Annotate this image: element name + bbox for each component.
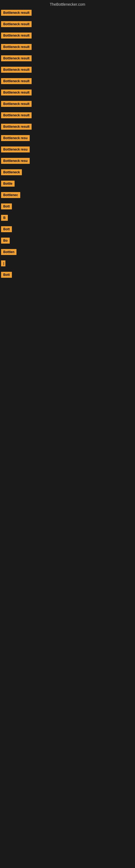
bottleneck-badge[interactable]: Bottleneck result (1, 101, 32, 107)
list-item: Bottleneck result (0, 53, 135, 65)
bottleneck-badge[interactable]: Bo (1, 238, 10, 244)
bottleneck-badge[interactable]: Bottleneck result (1, 10, 32, 16)
bottleneck-badge[interactable]: Bottleneck result (1, 124, 32, 130)
bottleneck-badge[interactable]: Bottlenec (1, 192, 20, 198)
list-item: Bottleneck result (0, 87, 135, 99)
list-item: Bottlen (0, 247, 135, 258)
site-title: TheBottlenecker.com (0, 0, 135, 8)
bottleneck-list: Bottleneck resultBottleneck resultBottle… (0, 8, 135, 281)
bottleneck-badge[interactable]: Bottleneck result (1, 78, 32, 84)
bottleneck-badge[interactable]: Bott (1, 204, 12, 209)
list-item: | (0, 258, 135, 270)
bottleneck-badge[interactable]: Bott (1, 272, 12, 278)
list-item: Bottleneck result (0, 8, 135, 19)
bottleneck-badge[interactable]: Bottleneck result (1, 44, 32, 50)
list-item: Bottle (0, 179, 135, 190)
bottleneck-badge[interactable]: Bottleneck result (1, 112, 32, 118)
bottleneck-badge[interactable]: Bottle (1, 181, 14, 187)
list-item: Bottleneck resu (0, 156, 135, 167)
bottleneck-badge[interactable]: Bottleneck resu (1, 135, 30, 141)
bottleneck-badge[interactable]: B (1, 215, 8, 221)
list-item: Bottlenec (0, 190, 135, 201)
bottleneck-badge[interactable]: Bottleneck result (1, 21, 32, 27)
bottleneck-badge[interactable]: Bottlen (1, 249, 16, 255)
list-item: Bott (0, 201, 135, 213)
list-item: Bott (0, 224, 135, 236)
list-item: Bottleneck result (0, 65, 135, 76)
list-item: B (0, 213, 135, 224)
list-item: Bottleneck result (0, 122, 135, 133)
list-item: Bottleneck result (0, 42, 135, 53)
bottleneck-badge[interactable]: Bottleneck resu (1, 147, 30, 152)
bottleneck-badge[interactable]: Bottleneck result (1, 55, 32, 61)
site-header: TheBottlenecker.com (0, 0, 135, 8)
list-item: Bottleneck resu (0, 133, 135, 144)
bottleneck-badge[interactable]: Bottleneck resu (1, 158, 30, 164)
list-item: Bottleneck (0, 167, 135, 179)
list-item: Bottleneck result (0, 99, 135, 110)
bottleneck-badge[interactable]: Bottleneck (1, 169, 22, 175)
list-item: Bottleneck result (0, 76, 135, 87)
bottleneck-badge[interactable]: Bott (1, 226, 12, 232)
list-item: Bottleneck result (0, 110, 135, 122)
list-item: Bott (0, 270, 135, 281)
list-item: Bottleneck result (0, 30, 135, 42)
bottleneck-badge[interactable]: Bottleneck result (1, 67, 32, 73)
list-item: Bottleneck result (0, 19, 135, 30)
bottleneck-badge[interactable]: Bottleneck result (1, 33, 32, 38)
bottleneck-badge[interactable]: Bottleneck result (1, 90, 32, 95)
list-item: Bo (0, 236, 135, 247)
bottleneck-badge[interactable]: | (1, 260, 5, 267)
list-item: Bottleneck resu (0, 144, 135, 156)
